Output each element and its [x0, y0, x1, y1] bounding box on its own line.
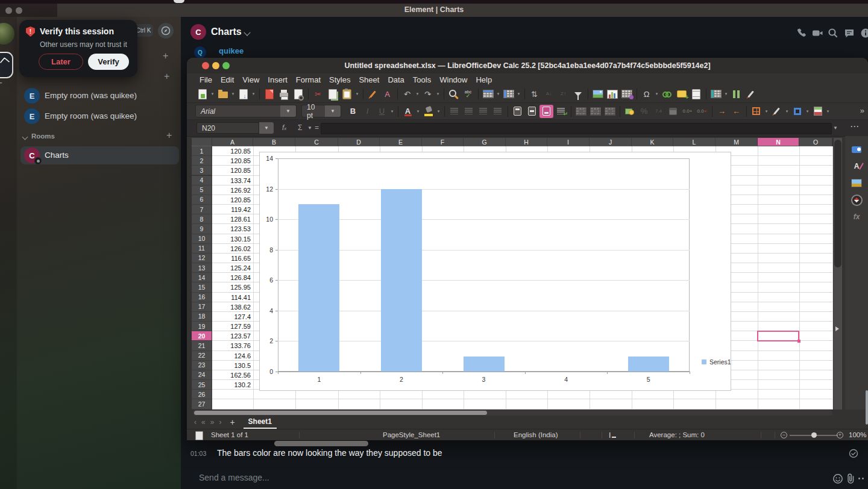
- cell-A11[interactable]: 126.02: [212, 245, 251, 252]
- freeze-rows-and-columns-dropdown[interactable]: ▾: [723, 92, 729, 96]
- sort-descending-button[interactable]: Z↑: [556, 87, 570, 101]
- cell-A23[interactable]: 130.5: [212, 362, 251, 369]
- toolbar-overflow-button[interactable]: »: [860, 106, 864, 115]
- name-box[interactable]: N20: [197, 122, 259, 134]
- show-draw-functions-button[interactable]: [744, 87, 758, 101]
- column-header-G[interactable]: G: [464, 138, 506, 146]
- last-sheet-button[interactable]: ›: [219, 418, 221, 426]
- row-header-27[interactable]: 27: [192, 399, 212, 409]
- sidebar-gallery-button[interactable]: [851, 177, 863, 189]
- search-button[interactable]: [827, 27, 839, 39]
- cell-A8[interactable]: 128.61: [212, 216, 251, 223]
- equals-icon[interactable]: =: [315, 123, 319, 132]
- menu-window[interactable]: Window: [435, 75, 471, 84]
- row-header-10[interactable]: 10: [192, 234, 212, 244]
- user-avatar[interactable]: [0, 23, 14, 45]
- column-header-M[interactable]: M: [715, 138, 758, 146]
- row-header-8[interactable]: 8: [192, 214, 212, 224]
- select-all-corner[interactable]: [192, 138, 212, 146]
- sidebar-properties-button[interactable]: [851, 143, 863, 155]
- row-header-4[interactable]: 4: [192, 176, 212, 185]
- chevron-down-icon[interactable]: [244, 29, 250, 36]
- room-list-item-selected[interactable]: C Charts: [20, 146, 179, 164]
- menu-file[interactable]: File: [195, 75, 216, 84]
- center-vertically-button[interactable]: [525, 105, 539, 118]
- cell-A16[interactable]: 114.41: [212, 294, 251, 301]
- menu-help[interactable]: Help: [471, 75, 496, 84]
- cell-A18[interactable]: 127.4: [212, 313, 251, 320]
- formula-input[interactable]: [321, 123, 832, 134]
- align-right-button[interactable]: [476, 105, 490, 118]
- add-section-button[interactable]: +: [163, 51, 168, 61]
- column-header-H[interactable]: H: [506, 138, 547, 146]
- menu-styles[interactable]: Styles: [325, 75, 354, 84]
- spelling-button[interactable]: [461, 87, 475, 101]
- attachment-button[interactable]: [845, 473, 856, 484]
- room-list-item[interactable]: E Empty room (was quikee): [20, 107, 179, 125]
- border-color-button[interactable]: [790, 105, 804, 118]
- add-space-button[interactable]: +: [0, 77, 2, 89]
- menu-sheet[interactable]: Sheet: [354, 75, 383, 84]
- row-header-25[interactable]: 25: [192, 380, 212, 390]
- next-sheet-button[interactable]: »: [210, 418, 215, 426]
- row-header-12[interactable]: 12: [192, 254, 212, 263]
- row-header-7[interactable]: 7: [192, 205, 212, 214]
- paste-dropdown[interactable]: ▾: [354, 92, 360, 96]
- row-header-19[interactable]: 19: [192, 322, 212, 331]
- insert-hyperlink-button[interactable]: [660, 87, 674, 101]
- row-header-2[interactable]: 2: [192, 156, 212, 166]
- cell-A4[interactable]: 133.74: [212, 177, 251, 184]
- row-header-17[interactable]: 17: [192, 302, 212, 312]
- row-header-1[interactable]: 1: [192, 146, 212, 156]
- paste-button[interactable]: [340, 87, 354, 101]
- cell-A5[interactable]: 126.92: [212, 187, 251, 194]
- merge-cells-button[interactable]: [588, 105, 602, 118]
- cell-A2[interactable]: 120.85: [212, 157, 251, 164]
- insert-image-button[interactable]: [591, 87, 605, 101]
- menu-view[interactable]: View: [238, 75, 263, 84]
- menu-tools[interactable]: Tools: [409, 75, 435, 84]
- border-style-dropdown[interactable]: ▾: [784, 109, 790, 114]
- cell-A20[interactable]: 123.57: [212, 332, 251, 340]
- align-bottom-button[interactable]: [539, 105, 553, 118]
- cell-A9[interactable]: 123.53: [212, 225, 251, 232]
- sum-icon[interactable]: Σ: [298, 123, 302, 132]
- cell-A19[interactable]: 127.59: [212, 323, 251, 330]
- add-sheet-button[interactable]: +: [230, 417, 234, 427]
- function-wizard-icon[interactable]: fx: [282, 123, 286, 132]
- pivot-table-button[interactable]: [620, 87, 634, 101]
- menu-data[interactable]: Data: [383, 75, 408, 84]
- freeze-rows-and-columns-button[interactable]: [709, 87, 723, 101]
- sidebar-functions-button[interactable]: fx: [851, 211, 863, 223]
- row-header-3[interactable]: 3: [192, 166, 212, 175]
- column-dropdown[interactable]: ▾: [516, 92, 521, 96]
- font-name-dropdown[interactable]: ▼: [280, 105, 296, 117]
- column-header-F[interactable]: F: [422, 138, 464, 146]
- row-header-6[interactable]: 6: [192, 195, 212, 205]
- border-style-button[interactable]: [770, 105, 784, 118]
- zoom-slider-thumb[interactable]: [811, 432, 817, 438]
- export-pdf-button[interactable]: [262, 87, 276, 101]
- increase-indent-button[interactable]: →: [715, 105, 729, 118]
- border-color-dropdown[interactable]: ▾: [805, 109, 810, 114]
- column-header-A[interactable]: A: [212, 138, 253, 146]
- column-header-K[interactable]: K: [632, 138, 673, 146]
- row-header-21[interactable]: 21: [192, 341, 212, 350]
- row-header-13[interactable]: 13: [192, 263, 212, 273]
- underline-button[interactable]: U: [375, 105, 389, 118]
- borders-button[interactable]: [749, 105, 763, 118]
- highlighting-color-dropdown[interactable]: ▾: [436, 109, 441, 114]
- menu-format[interactable]: Format: [292, 75, 325, 84]
- align-left-button[interactable]: [447, 105, 461, 118]
- column-header-D[interactable]: D: [338, 138, 380, 146]
- print-preview-button[interactable]: [291, 87, 305, 101]
- column-header-C[interactable]: C: [295, 138, 338, 146]
- insert-comment-button[interactable]: [675, 87, 688, 101]
- cell-A12[interactable]: 116.65: [212, 255, 251, 262]
- align-top-button[interactable]: [511, 105, 524, 118]
- conditional-formatting-dropdown[interactable]: ▾: [825, 109, 831, 114]
- vertical-scrollbar-thumb[interactable]: [834, 140, 841, 267]
- clear-formatting-button[interactable]: A: [380, 87, 394, 101]
- autofilter-button[interactable]: [571, 87, 585, 101]
- font-size-dropdown[interactable]: ▼: [325, 105, 341, 117]
